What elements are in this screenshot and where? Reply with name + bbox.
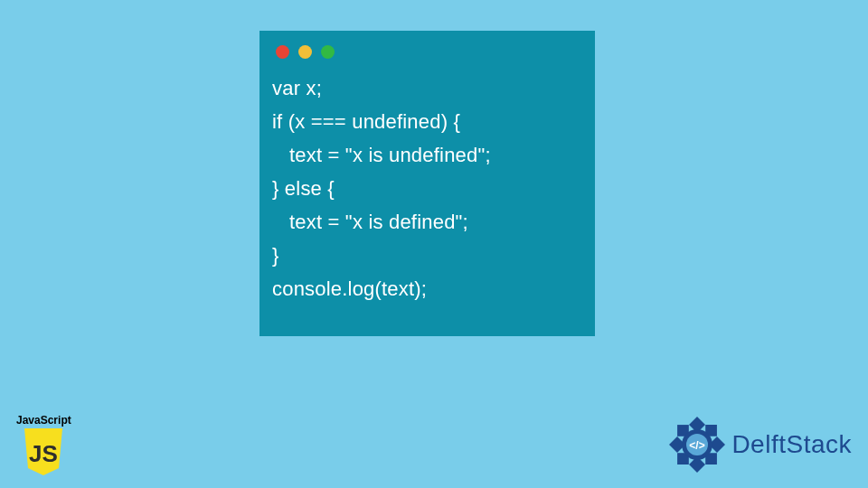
- code-window: var x; if (x === undefined) { text = "x …: [259, 31, 595, 336]
- delftstack-emblem-icon: </>: [666, 414, 728, 475]
- close-icon: [276, 45, 289, 59]
- delftstack-brand-text: DelftStack: [731, 430, 852, 459]
- svg-text:</>: </>: [690, 439, 705, 452]
- code-block: var x; if (x === undefined) { text = "x …: [272, 71, 582, 305]
- js-shield-text: JS: [29, 440, 58, 467]
- javascript-shield-icon: JS: [23, 428, 64, 475]
- javascript-badge: JavaScript JS: [16, 414, 71, 475]
- window-traffic-lights: [276, 45, 582, 59]
- delftstack-logo: </> DelftStack: [666, 414, 852, 475]
- maximize-icon: [321, 45, 335, 59]
- minimize-icon: [298, 45, 312, 59]
- javascript-label: JavaScript: [16, 414, 71, 427]
